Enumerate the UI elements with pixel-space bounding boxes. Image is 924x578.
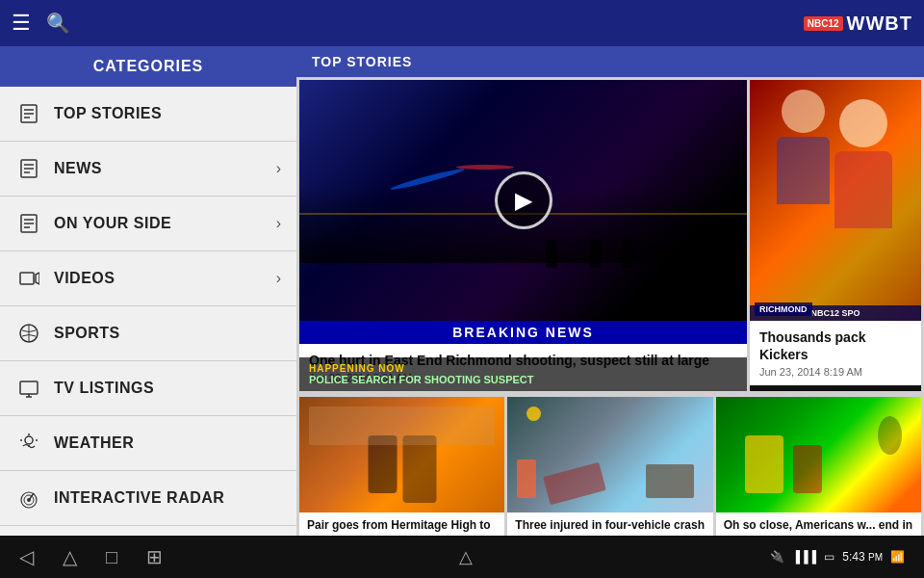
- location-badge: RICHMOND: [759, 304, 808, 314]
- thumb-title-1: Pair goes from Hermitage High to pros: [307, 518, 497, 536]
- svg-rect-16: [20, 381, 38, 394]
- breaking-overlay: HAPPENING NOW POLICE SEARCH FOR SHOOTING…: [299, 357, 747, 391]
- sidebar-header: CATEGORIES: [0, 46, 296, 87]
- tv-listings-icon: [15, 375, 42, 402]
- sidebar-item-label: NEWS: [54, 160, 276, 177]
- sidebar-item-on-your-side[interactable]: ON YOUR SIDE ›: [0, 197, 296, 251]
- second-story-row: Pair goes from Hermitage High to pros: [299, 397, 921, 536]
- chevron-right-icon: ›: [276, 270, 281, 287]
- content-area: TOP STORIES: [296, 46, 924, 536]
- svg-marker-13: [36, 273, 39, 284]
- news-grid: ▶ HAPPENING NOW POLICE SEARCH FOR SHOOTI…: [296, 77, 924, 536]
- battery-icon: ▭: [824, 550, 834, 564]
- sidebar-item-label: INTERACTIVE RADAR: [54, 489, 281, 507]
- breaking-news-banner: BREAKING NEWS: [299, 321, 747, 344]
- back-icon[interactable]: ◁: [19, 545, 34, 568]
- sidebar-item-label: TOP STORIES: [54, 105, 281, 122]
- sidebar-item-label: VIDEOS: [54, 270, 276, 287]
- thumb-image-1: [299, 397, 504, 512]
- chevron-right-icon: ›: [276, 215, 281, 232]
- up-arrow-icon[interactable]: △: [459, 546, 473, 567]
- sidebar-item-traffic-map[interactable]: TRAFFIC MAP: [0, 526, 296, 536]
- home-icon[interactable]: △: [63, 545, 77, 568]
- content-scroll: ▶ HAPPENING NOW POLICE SEARCH FOR SHOOTI…: [296, 77, 924, 536]
- svg-point-19: [25, 436, 33, 444]
- screenshot-icon[interactable]: ⊞: [146, 545, 163, 568]
- scene-light-2: [456, 165, 514, 170]
- on-your-side-icon: [15, 210, 42, 237]
- side-story-image: NBC12 SPO RICHMOND: [750, 80, 921, 321]
- status-time: 5:43 PM: [842, 550, 883, 564]
- happening-now-label: HAPPENING NOW: [309, 363, 737, 374]
- sidebar-item-label: WEATHER: [54, 434, 281, 452]
- wifi-icon: 📶: [890, 550, 905, 564]
- sidebar-item-videos[interactable]: VIDEOS ›: [0, 251, 296, 306]
- sports-icon: [15, 320, 42, 347]
- content-header: TOP STORIES: [296, 46, 924, 77]
- signal-icons: ▐▐▐: [792, 550, 817, 564]
- news-icon: [15, 155, 42, 182]
- sidebar: CATEGORIES TOP STORIES NEWS › ON YOUR SI…: [0, 46, 296, 536]
- sidebar-item-top-stories[interactable]: TOP STORIES: [0, 87, 296, 142]
- thumb-bottom-1: Pair goes from Hermitage High to pros: [299, 512, 504, 536]
- hamburger-icon[interactable]: ☰: [12, 11, 31, 36]
- svg-line-27: [29, 493, 34, 500]
- side-story[interactable]: NBC12 SPO RICHMOND Thousands pack Kicker…: [750, 80, 921, 391]
- sidebar-item-interactive-radar[interactable]: INTERACTIVE RADAR: [0, 471, 296, 526]
- sidebar-item-weather[interactable]: WEATHER: [0, 416, 296, 471]
- side-story-card: Thousands pack Kickers Jun 23, 2014 8:19…: [750, 321, 921, 385]
- thumb-image-2: [507, 397, 712, 512]
- story-thumb-1[interactable]: Pair goes from Hermitage High to pros: [299, 397, 504, 536]
- story-thumb-3[interactable]: Oh so close, Americans w... end in Amazo…: [716, 397, 921, 536]
- android-status: 🔌 ▐▐▐ ▭ 5:43 PM 📶: [770, 550, 905, 564]
- featured-story-row: ▶ HAPPENING NOW POLICE SEARCH FOR SHOOTI…: [299, 80, 921, 391]
- side-story-title: Thousands pack Kickers: [759, 328, 911, 363]
- thumb-title-2: Three injured in four-vehicle crash on W…: [515, 518, 705, 536]
- weather-icon: [15, 430, 42, 457]
- chevron-right-icon: ›: [276, 160, 281, 177]
- thumb-title-3: Oh so close, Americans w... end in Amazo…: [724, 518, 913, 536]
- top-bar: ☰ 🔍 NBC12 WWBT: [0, 0, 924, 46]
- am-pm: PM: [868, 552, 883, 563]
- sidebar-item-label: ON YOUR SIDE: [54, 215, 276, 232]
- sidebar-item-sports[interactable]: SPORTS: [0, 306, 296, 361]
- android-bar: ◁ △ □ ⊞ △ 🔌 ▐▐▐ ▭ 5:43 PM 📶: [0, 536, 924, 578]
- police-banner: POLICE SEARCH FOR SHOOTING SUSPECT: [309, 374, 737, 385]
- android-nav: ◁ △ □ ⊞: [19, 545, 163, 568]
- thumb-image-3: [716, 397, 921, 512]
- story-thumb-2[interactable]: Three injured in four-vehicle crash on W…: [507, 397, 712, 536]
- svg-rect-12: [20, 273, 34, 284]
- sidebar-item-label: SPORTS: [54, 325, 281, 342]
- nbc-logo-badge: NBC12: [804, 16, 843, 31]
- play-button[interactable]: ▶: [495, 171, 552, 229]
- videos-icon: [15, 265, 42, 292]
- recent-apps-icon[interactable]: □: [106, 546, 117, 568]
- sidebar-item-label: TV LISTINGS: [54, 380, 281, 397]
- thumb-bottom-3: Oh so close, Americans w... end in Amazo…: [716, 512, 921, 536]
- side-story-date: Jun 23, 2014 8:19 AM: [759, 366, 911, 378]
- top-stories-icon: [15, 100, 42, 127]
- featured-main-image: ▶: [299, 80, 747, 321]
- search-icon[interactable]: 🔍: [46, 12, 70, 35]
- featured-main-story[interactable]: ▶ HAPPENING NOW POLICE SEARCH FOR SHOOTI…: [299, 80, 747, 391]
- logo-area: NBC12 WWBT: [804, 13, 912, 35]
- main-layout: CATEGORIES TOP STORIES NEWS › ON YOUR SI…: [0, 46, 924, 536]
- top-bar-left: ☰ 🔍: [12, 11, 70, 36]
- app-title: WWBT: [847, 13, 912, 35]
- sidebar-item-tv-listings[interactable]: TV LISTINGS: [0, 361, 296, 416]
- usb-icon: 🔌: [770, 550, 784, 564]
- thumb-bottom-2: Three injured in four-vehicle crash on W…: [507, 512, 712, 536]
- radar-icon: [15, 485, 42, 512]
- sidebar-item-news[interactable]: NEWS ›: [0, 142, 296, 197]
